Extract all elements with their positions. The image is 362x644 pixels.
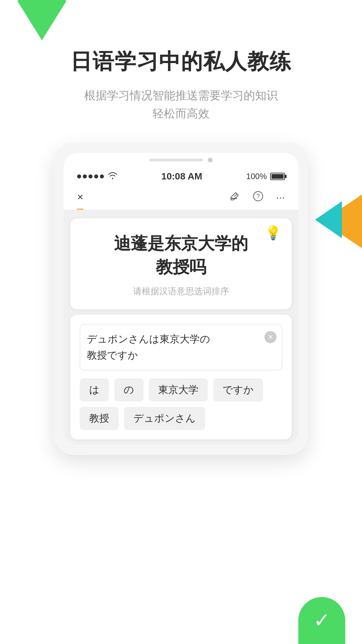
signal-dot-3 bbox=[88, 174, 93, 178]
status-bar: 10:08 AM 100% bbox=[64, 164, 298, 185]
status-left bbox=[77, 172, 117, 181]
phone-inner: 10:08 AM 100% × bbox=[64, 153, 298, 445]
status-time: 10:08 AM bbox=[161, 171, 202, 182]
signal-dots bbox=[77, 174, 104, 178]
signal-dot-4 bbox=[94, 174, 98, 178]
question-card: 💡 迪蓬是东京大学的 教授吗 请根据汉语意思选词排序 bbox=[70, 218, 292, 309]
wifi-icon bbox=[108, 172, 117, 181]
word-chips-container: は の 東京大学 ですか 教授 デュポンさん bbox=[80, 378, 282, 430]
progress-fill bbox=[149, 159, 192, 161]
bottom-check-decoration: ✓ bbox=[298, 597, 345, 644]
signal-dot-2 bbox=[83, 174, 87, 178]
word-chip-ha[interactable]: は bbox=[80, 378, 109, 401]
close-button[interactable]: × bbox=[77, 191, 83, 210]
help-icon[interactable]: ? bbox=[252, 191, 264, 205]
word-chip-label: デュポンさん bbox=[133, 413, 196, 424]
hint-bulb-icon: 💡 bbox=[265, 225, 282, 241]
word-chip-label: 教授 bbox=[89, 413, 109, 424]
word-chip-label: の bbox=[124, 384, 134, 395]
nav-bar: × ? ··· bbox=[64, 185, 298, 210]
edit-icon[interactable] bbox=[229, 191, 240, 205]
answer-input-text: デュポンさんは東京大学の 教授ですか bbox=[87, 331, 275, 363]
word-chip-no[interactable]: の bbox=[114, 378, 143, 401]
subtitle-line1: 根据学习情况智能推送需要学习的知识 bbox=[84, 86, 278, 104]
more-icon[interactable]: ··· bbox=[276, 191, 285, 204]
question-line2: 教授吗 bbox=[84, 255, 278, 279]
status-right: 100% bbox=[246, 172, 285, 181]
question-text: 迪蓬是东京大学的 教授吗 bbox=[84, 232, 278, 279]
app-subtitle: 根据学习情况智能推送需要学习的知识 轻松而高效 bbox=[84, 86, 278, 123]
question-hint: 请根据汉语意思选词排序 bbox=[84, 285, 278, 297]
answer-line1: デュポンさんは東京大学の bbox=[87, 331, 275, 347]
subtitle-line2: 轻松而高效 bbox=[84, 104, 278, 122]
answer-card: デュポンさんは東京大学の 教授ですか ✕ は の bbox=[70, 315, 292, 439]
word-chip-label: 東京大学 bbox=[158, 384, 198, 395]
battery-percent: 100% bbox=[246, 172, 267, 181]
battery-icon bbox=[270, 173, 285, 180]
word-chip-kyoju[interactable]: 教授 bbox=[80, 407, 119, 430]
check-icon: ✓ bbox=[313, 610, 330, 631]
word-chip-todai[interactable]: 東京大学 bbox=[149, 378, 208, 401]
battery-fill bbox=[272, 174, 284, 179]
progress-dot bbox=[208, 158, 213, 162]
word-chip-dupon[interactable]: デュポンさん bbox=[124, 407, 205, 430]
svg-text:?: ? bbox=[256, 193, 260, 200]
clear-button[interactable]: ✕ bbox=[264, 331, 277, 343]
signal-dot-5 bbox=[100, 174, 104, 178]
app-title: 日语学习中的私人教练 bbox=[70, 47, 292, 76]
word-chip-desuka[interactable]: ですか bbox=[213, 378, 263, 401]
word-chip-label: は bbox=[89, 384, 100, 395]
svg-rect-0 bbox=[231, 198, 237, 199]
question-line1: 迪蓬是东京大学的 bbox=[84, 232, 278, 255]
progress-track bbox=[149, 159, 203, 161]
signal-dot-1 bbox=[77, 174, 81, 178]
phone-mockup: 10:08 AM 100% × bbox=[54, 143, 308, 455]
clear-icon: ✕ bbox=[268, 333, 274, 341]
nav-right-icons: ? ··· bbox=[229, 191, 285, 210]
answer-line2: 教授ですか bbox=[87, 347, 275, 363]
answer-input-area[interactable]: デュポンさんは東京大学の 教授ですか ✕ bbox=[80, 324, 282, 370]
word-chip-label: ですか bbox=[223, 384, 254, 395]
